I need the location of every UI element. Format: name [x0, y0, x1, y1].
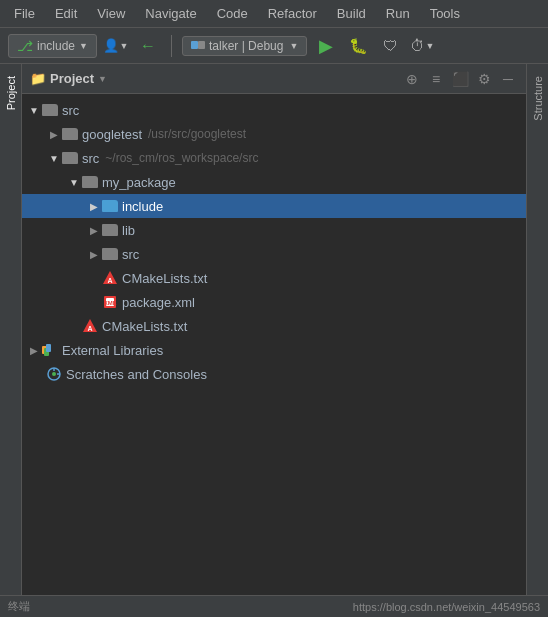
arrow-src-ros: ▼: [46, 150, 62, 166]
svg-text:XML: XML: [104, 300, 117, 306]
panel-title-text: Project: [50, 71, 94, 86]
statusbar: 终端 https://blog.csdn.net/weixin_44549563: [0, 595, 548, 617]
label-scratches: Scratches and Consoles: [66, 367, 207, 382]
sort-button[interactable]: ≡: [426, 69, 446, 89]
back-icon: ←: [140, 37, 156, 55]
main-area: Project 📁 Project ▼ ⊕ ≡ ⬛ ⚙ ─ ▼: [0, 64, 548, 595]
cmake-icon-2: A: [82, 318, 98, 334]
vtab-project[interactable]: Project: [3, 68, 19, 118]
label-package-xml: package.xml: [122, 295, 195, 310]
svg-rect-11: [46, 344, 51, 352]
collapse-button[interactable]: ⬛: [450, 69, 470, 89]
label-external-libs: External Libraries: [62, 343, 163, 358]
left-tabs: Project: [0, 64, 22, 595]
statusbar-left: 终端: [8, 599, 30, 614]
panel-actions: ⊕ ≡ ⬛ ⚙ ─: [402, 69, 518, 89]
menu-tools[interactable]: Tools: [422, 4, 468, 23]
menu-file[interactable]: File: [6, 4, 43, 23]
toolbar: ⎇ include ▼ 👤 ▼ ← talker | Debug ▼ ▶ 🐛 🛡: [0, 28, 548, 64]
branch-label: include: [37, 39, 75, 53]
back-button[interactable]: ←: [135, 33, 161, 59]
label-src-root: src: [62, 103, 79, 118]
menu-build[interactable]: Build: [329, 4, 374, 23]
config-dropdown-icon: ▼: [289, 41, 298, 51]
tree-item-cmake2[interactable]: A CMakeLists.txt: [22, 314, 526, 338]
tree-item-googletest[interactable]: ▶ googletest /usr/src/googletest: [22, 122, 526, 146]
tree-item-src-root[interactable]: ▼ src: [22, 98, 526, 122]
vtab-structure[interactable]: Structure: [530, 68, 546, 129]
branch-selector[interactable]: ⎇ include ▼: [8, 34, 97, 58]
tree-item-package-xml[interactable]: XML package.xml: [22, 290, 526, 314]
label-src-ros: src: [82, 151, 99, 166]
tree-item-my-package[interactable]: ▼ my_package: [22, 170, 526, 194]
label-lib: lib: [122, 223, 135, 238]
tree-item-cmake1[interactable]: A CMakeLists.txt: [22, 266, 526, 290]
folder-include: [102, 200, 118, 212]
label-include: include: [122, 199, 163, 214]
terminal-label: 终端: [8, 599, 30, 614]
label-cmake1: CMakeLists.txt: [122, 271, 207, 286]
label-cmake2: CMakeLists.txt: [102, 319, 187, 334]
config-label: talker | Debug: [209, 39, 284, 53]
menu-view[interactable]: View: [89, 4, 133, 23]
arrow-src-pkg: ▶: [86, 246, 102, 262]
arrow-googletest: ▶: [46, 126, 62, 142]
panel-title-area: 📁 Project ▼: [30, 71, 107, 86]
menu-code[interactable]: Code: [209, 4, 256, 23]
svg-rect-0: [191, 41, 198, 49]
locate-button[interactable]: ⊕: [402, 69, 422, 89]
menu-refactor[interactable]: Refactor: [260, 4, 325, 23]
tree-item-src-ros[interactable]: ▼ src ~/ros_cm/ros_workspace/src: [22, 146, 526, 170]
run-icon: ▶: [319, 35, 333, 57]
project-panel[interactable]: 📁 Project ▼ ⊕ ≡ ⬛ ⚙ ─ ▼ src: [22, 64, 526, 595]
folder-my-package: [82, 176, 98, 188]
config-dropdown[interactable]: talker | Debug ▼: [182, 36, 307, 56]
minimize-button[interactable]: ─: [498, 69, 518, 89]
user-icon: 👤: [103, 38, 119, 53]
label-googletest: googletest: [82, 127, 142, 142]
pkg-xml-icon: XML: [102, 294, 118, 310]
menu-edit[interactable]: Edit: [47, 4, 85, 23]
menubar: File Edit View Navigate Code Refactor Bu…: [0, 0, 548, 28]
arrow-my-package: ▼: [66, 174, 82, 190]
label-src-pkg: src: [122, 247, 139, 262]
separator-1: [171, 35, 172, 57]
debug-button[interactable]: 🐛: [345, 33, 371, 59]
scratches-icon: [46, 366, 62, 382]
svg-point-13: [52, 372, 56, 376]
arrow-include: ▶: [86, 198, 102, 214]
folder-src-pkg: [102, 248, 118, 260]
profile-button[interactable]: ⏱ ▼: [409, 33, 435, 59]
tree-item-scratches[interactable]: Scratches and Consoles: [22, 362, 526, 386]
coverage-button[interactable]: 🛡: [377, 33, 403, 59]
arrow-src-root: ▼: [26, 102, 42, 118]
folder-lib: [102, 224, 118, 236]
folder-icon: 📁: [30, 71, 46, 86]
svg-text:A: A: [87, 325, 92, 332]
profile-icon: ⏱: [410, 37, 425, 54]
panel-dropdown-icon: ▼: [98, 74, 107, 84]
tree-item-lib[interactable]: ▶ lib: [22, 218, 526, 242]
config-icon: [191, 39, 205, 53]
user-dropdown-icon: ▼: [119, 41, 128, 51]
folder-src-ros: [62, 152, 78, 164]
profile-dropdown-icon: ▼: [425, 41, 434, 51]
tree-item-include[interactable]: ▶ include: [22, 194, 526, 218]
branch-dropdown-icon: ▼: [79, 41, 88, 51]
svg-text:A: A: [107, 277, 112, 284]
tree-item-src-pkg[interactable]: ▶ src: [22, 242, 526, 266]
debug-icon: 🐛: [349, 37, 368, 55]
path-src-ros: ~/ros_cm/ros_workspace/src: [105, 151, 258, 165]
user-button[interactable]: 👤 ▼: [103, 33, 129, 59]
run-button[interactable]: ▶: [313, 33, 339, 59]
menu-run[interactable]: Run: [378, 4, 418, 23]
settings-button[interactable]: ⚙: [474, 69, 494, 89]
folder-googletest: [62, 128, 78, 140]
arrow-lib: ▶: [86, 222, 102, 238]
tree-item-external-libs[interactable]: ▶ External Libraries: [22, 338, 526, 362]
label-my-package: my_package: [102, 175, 176, 190]
statusbar-url: https://blog.csdn.net/weixin_44549563: [353, 601, 540, 613]
svg-rect-1: [198, 41, 205, 49]
menu-navigate[interactable]: Navigate: [137, 4, 204, 23]
extlib-icon: [42, 342, 58, 358]
